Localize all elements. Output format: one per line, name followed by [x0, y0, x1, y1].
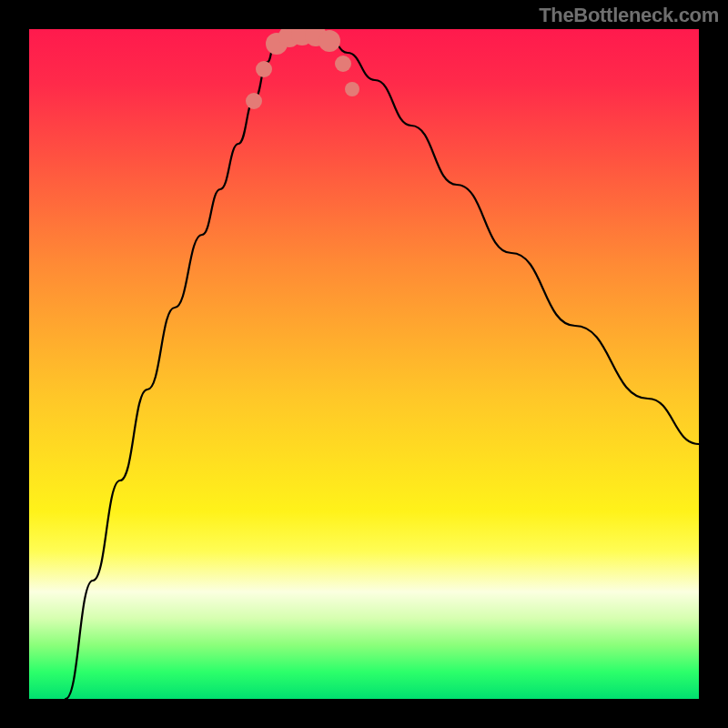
marker-group	[246, 29, 359, 109]
marker-dot	[246, 93, 262, 109]
chart-frame: TheBottleneck.com	[0, 0, 728, 728]
plot-area	[29, 29, 699, 699]
curve-path	[66, 33, 699, 699]
watermark-text: TheBottleneck.com	[539, 4, 719, 27]
marker-dot	[345, 82, 359, 96]
marker-dot	[318, 30, 340, 52]
marker-dot	[335, 56, 351, 72]
plot-svg	[29, 29, 699, 699]
marker-dot	[256, 61, 272, 77]
